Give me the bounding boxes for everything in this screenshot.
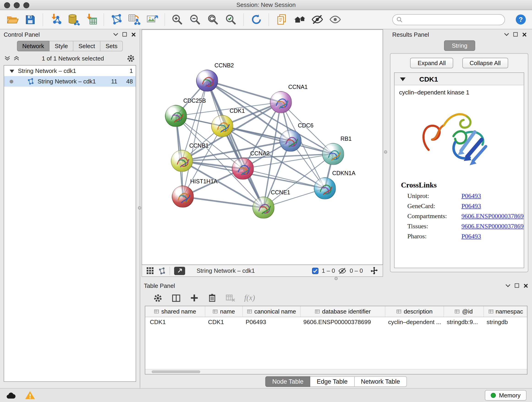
column-header-canonical-name[interactable]: canonical name (243, 306, 301, 317)
import-network-database-button[interactable] (66, 12, 80, 27)
tab-network[interactable]: Network (17, 41, 50, 51)
table-row[interactable]: CDK1CDK1P064939606.ENSP00000378699cyclin… (145, 317, 527, 327)
network-node-CCNB1[interactable] (171, 150, 193, 172)
zoom-fit-button[interactable] (206, 12, 220, 27)
float-panel-icon[interactable] (513, 32, 518, 37)
new-network-button[interactable] (109, 12, 123, 27)
network-node-HIST1H1A[interactable] (172, 186, 194, 208)
chevron-down-icon[interactable] (504, 32, 509, 36)
memory-button[interactable]: Memory (485, 390, 526, 401)
tab-string[interactable]: String (444, 40, 475, 51)
open-session-button[interactable] (6, 12, 19, 27)
search-input[interactable] (405, 16, 501, 23)
column-header-database-identifier[interactable]: database identifier (301, 306, 385, 317)
crosslink-link-compartments[interactable]: 9606.ENSP00000378699 (462, 213, 524, 220)
network-row-selected[interactable]: String Network – cdk1 11 48 (4, 76, 136, 87)
network-node-CDC25B[interactable] (165, 105, 187, 127)
collapse-all-icon[interactable] (5, 56, 10, 61)
network-node-CCNE1[interactable] (253, 197, 274, 219)
network-from-table-button[interactable] (127, 12, 141, 27)
zoom-out-button[interactable] (188, 12, 202, 27)
chevron-down-icon[interactable] (505, 284, 510, 287)
close-panel-icon[interactable] (522, 32, 527, 37)
column-header-id[interactable]: @id (444, 306, 484, 317)
collapse-all-button[interactable]: Collapse All (462, 58, 508, 68)
control-panel-title: Control Panel (4, 31, 40, 38)
save-session-button[interactable] (23, 12, 37, 27)
network-canvas[interactable]: CCNB2 CCNA1 CDC25B CDK1 CDC6 RB1 (142, 29, 383, 265)
network-birdseye-icon[interactable] (158, 267, 165, 274)
tab-select[interactable]: Select (73, 41, 100, 51)
zoom-in-button[interactable] (171, 12, 184, 27)
column-header-name[interactable]: name (205, 306, 243, 317)
gene-header[interactable]: CDK1 (394, 73, 524, 85)
import-table-button[interactable] (84, 12, 98, 27)
grid-view-icon[interactable] (146, 267, 154, 274)
network-node-CCNB2[interactable] (196, 70, 218, 92)
disclosure-triangle-icon[interactable] (400, 77, 405, 81)
delete-table-icon[interactable] (225, 293, 235, 303)
float-panel-icon[interactable] (122, 32, 127, 37)
network-node-CCNA2[interactable] (232, 158, 254, 180)
pan-move-icon[interactable] (370, 266, 379, 275)
column-header-description[interactable]: description (385, 306, 444, 317)
crosslink-link-genecard[interactable]: P06493 (462, 203, 481, 210)
column-type-icon (488, 309, 493, 314)
column-header-namespac[interactable]: namespac (484, 306, 527, 317)
warning-icon[interactable] (25, 390, 35, 401)
network-node-CDK1[interactable] (211, 115, 233, 137)
disclosure-triangle-icon[interactable] (10, 69, 14, 73)
selected-checkbox-icon[interactable] (312, 268, 318, 274)
horizontal-splitter[interactable] (140, 277, 532, 281)
export-network-button[interactable] (174, 267, 185, 275)
crosslink-link-tissues[interactable]: 9606.ENSP00000378699 (462, 223, 524, 230)
vertical-splitter[interactable] (383, 29, 389, 277)
network-node-CDC6[interactable] (279, 130, 302, 152)
zoom-window-button[interactable] (23, 2, 29, 8)
float-panel-icon[interactable] (515, 283, 519, 288)
import-network-icon (49, 13, 62, 26)
show-all-button[interactable] (328, 12, 342, 27)
network-node-CCNA1[interactable] (270, 91, 292, 113)
close-window-button[interactable] (4, 2, 10, 8)
home-panels-button[interactable] (292, 12, 306, 27)
network-node-CDKN1A[interactable] (314, 177, 336, 199)
apply-layout-button[interactable] (249, 12, 263, 27)
collection-count: 1 (121, 67, 133, 74)
tab-style[interactable]: Style (50, 41, 74, 51)
expand-all-button[interactable]: Expand All (410, 58, 453, 68)
hide-selected-button[interactable] (310, 12, 324, 27)
network-node-RB1[interactable] (322, 143, 344, 165)
show-columns-icon[interactable] (171, 293, 181, 303)
help-button[interactable]: ? (515, 13, 526, 26)
tab-node-table[interactable]: Node Table (265, 376, 310, 387)
table-settings-gear-icon[interactable] (153, 293, 163, 303)
minimize-window-button[interactable] (14, 2, 20, 8)
close-panel-icon[interactable] (523, 283, 528, 288)
zoom-selected-button[interactable] (224, 12, 238, 27)
horizontal-splitter-handle[interactable] (334, 277, 337, 280)
tab-sets[interactable]: Sets (101, 41, 123, 51)
crosslink-link-uniprot[interactable]: P06493 (462, 192, 481, 200)
add-column-icon[interactable] (190, 293, 199, 303)
export-image-button[interactable] (145, 12, 159, 27)
expand-all-icon[interactable] (14, 56, 19, 61)
left-splitter-handle[interactable] (138, 206, 141, 210)
vertical-splitter-handle[interactable] (384, 150, 387, 153)
tab-edge-table[interactable]: Edge Table (310, 376, 355, 387)
table-horizontal-scrollbar[interactable] (145, 369, 527, 374)
cloud-icon[interactable] (6, 390, 17, 401)
gear-icon[interactable] (127, 54, 135, 63)
scrollbar-thumb[interactable] (152, 370, 200, 373)
tab-network-table[interactable]: Network Table (355, 376, 407, 387)
hidden-eye-slash-icon[interactable] (338, 267, 346, 275)
network-collection-row[interactable]: String Network – cdk1 1 (4, 65, 136, 76)
column-header-shared-name[interactable]: shared name (145, 306, 205, 317)
import-network-file-button[interactable] (49, 12, 62, 27)
function-builder-button[interactable]: f(x) (244, 293, 255, 303)
close-panel-icon[interactable] (131, 32, 136, 37)
publications-button[interactable] (274, 12, 288, 27)
chevron-down-icon[interactable] (113, 32, 118, 36)
crosslink-link-pharos[interactable]: P06493 (462, 233, 481, 240)
delete-column-icon[interactable] (208, 293, 217, 303)
